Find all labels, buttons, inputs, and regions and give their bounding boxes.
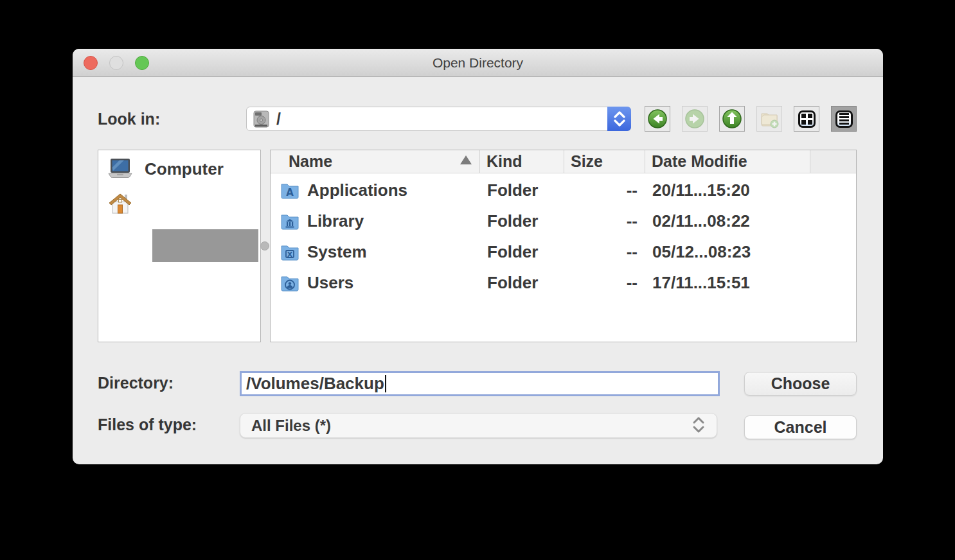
open-directory-dialog: Open Directory Look in: / (73, 49, 883, 464)
splitter-handle[interactable] (260, 241, 269, 250)
list-view-button[interactable] (794, 106, 819, 132)
chevron-up-icon (614, 111, 625, 118)
up-button[interactable] (719, 106, 745, 132)
sidebar-item-home[interactable] (107, 191, 145, 217)
up-arrow-icon (721, 108, 743, 130)
files-of-type-combobox[interactable]: All Files (*) (240, 413, 717, 438)
forward-arrow-icon (684, 108, 706, 130)
column-header-size[interactable]: Size (564, 150, 645, 173)
redacted-user-name (152, 229, 258, 262)
svg-text:A: A (286, 187, 294, 198)
sidebar-item-label: Computer (145, 159, 224, 179)
forward-button (682, 106, 708, 132)
window-title: Open Directory (73, 49, 883, 77)
look-in-dropdown-button[interactable] (607, 107, 631, 131)
choose-button[interactable]: Choose (744, 372, 857, 396)
library-folder-icon (280, 211, 300, 231)
new-folder-icon (758, 108, 780, 130)
desktop-background: Open Directory Look in: / (0, 0, 955, 560)
system-folder-icon: X (280, 241, 300, 262)
column-header-filler (810, 150, 856, 173)
files-of-type-value: All Files (*) (251, 417, 331, 435)
directory-value: /Volumes/Backup (246, 374, 384, 394)
computer-icon (107, 157, 133, 180)
detail-view-icon (835, 110, 853, 128)
cancel-button[interactable]: Cancel (744, 416, 857, 439)
sort-ascending-icon (460, 155, 472, 164)
close-button[interactable] (84, 56, 98, 70)
file-list-table: Name Kind Size Date Modifie A Applicat (270, 150, 857, 342)
table-row-system[interactable]: X System Folder -- 05/12...08:23 (271, 236, 856, 267)
list-view-icon (798, 110, 816, 128)
zoom-button[interactable] (135, 56, 149, 70)
directory-input[interactable]: /Volumes/Backup (240, 371, 720, 396)
table-header: Name Kind Size Date Modifie (271, 150, 856, 173)
column-header-name[interactable]: Name (271, 150, 480, 173)
chevron-down-icon (614, 119, 625, 127)
titlebar: Open Directory (73, 49, 883, 77)
new-folder-button (756, 106, 782, 132)
look-in-path-value: / (276, 110, 281, 128)
back-button[interactable] (645, 106, 670, 132)
places-sidebar: Computer (98, 150, 261, 342)
table-row-applications[interactable]: A Applications Folder -- 20/11...15:20 (271, 175, 856, 206)
column-header-kind[interactable]: Kind (480, 150, 564, 173)
home-icon (107, 191, 133, 217)
hard-disk-icon (253, 110, 270, 128)
combo-chevrons-icon (692, 416, 705, 433)
sidebar-item-computer[interactable]: Computer (107, 157, 224, 180)
minimize-button[interactable] (109, 56, 123, 70)
detail-view-button[interactable] (831, 106, 857, 132)
svg-text:X: X (287, 250, 293, 259)
text-cursor (385, 375, 386, 392)
look-in-combobox[interactable]: / (246, 107, 631, 131)
applications-folder-icon: A (280, 180, 300, 200)
table-row-library[interactable]: Library Folder -- 02/11...08:22 (271, 206, 856, 236)
users-folder-icon (280, 272, 300, 293)
directory-label: Directory: (98, 374, 174, 392)
column-header-date[interactable]: Date Modifie (645, 150, 810, 173)
back-arrow-icon (647, 108, 668, 130)
files-of-type-label: Files of type: (98, 416, 197, 434)
table-row-users[interactable]: Users Folder -- 17/11...15:51 (271, 267, 856, 298)
look-in-label: Look in: (98, 110, 160, 128)
